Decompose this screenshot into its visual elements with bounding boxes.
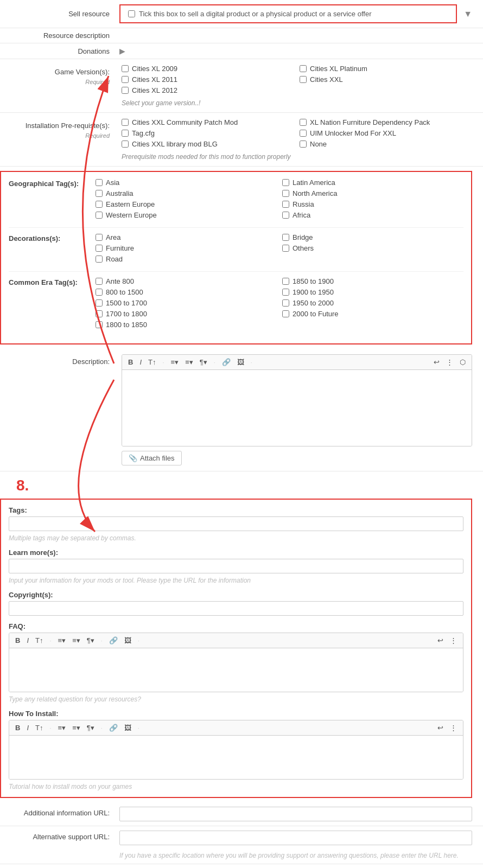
toolbar-para[interactable]: ¶▾ <box>198 358 209 367</box>
cb-cities-xl-platinum[interactable]: Cities XL Platinum <box>300 65 472 73</box>
cb-none-input[interactable] <box>300 141 307 148</box>
cb-western-europe-input[interactable] <box>96 212 103 219</box>
faq-toolbar-text-size[interactable]: T↑ <box>34 636 45 645</box>
cb-library-blg[interactable]: Cities XXL library mod BLG <box>122 140 294 148</box>
faq-toolbar-image[interactable]: 🖼 <box>123 636 133 645</box>
alt-support-url-input[interactable] <box>119 831 472 845</box>
cb-cities-xxl[interactable]: Cities XXL <box>300 75 472 84</box>
hti-toolbar-align[interactable]: ≡▾ <box>71 723 82 732</box>
toolbar-more-options[interactable]: ⋮ <box>444 358 455 367</box>
cb-cities-xxl-input[interactable] <box>300 76 307 83</box>
cb-1850-1900-input[interactable] <box>282 278 289 285</box>
cb-uim-unlocker[interactable]: UIM Unlocker Mod For XXL <box>300 129 472 137</box>
cb-1700-1800[interactable]: 1700 to 1800 <box>96 310 277 318</box>
cb-1950-2000[interactable]: 1950 to 2000 <box>282 299 463 307</box>
cb-area[interactable]: Area <box>96 233 277 241</box>
cb-1500-1700[interactable]: 1500 to 1700 <box>96 299 277 307</box>
cb-1800-1850[interactable]: 1800 to 1850 <box>96 321 277 329</box>
cb-latin-america[interactable]: Latin America <box>282 178 463 187</box>
faq-toolbar-align[interactable]: ≡▾ <box>71 636 82 645</box>
how-to-install-editor-body[interactable] <box>9 736 463 779</box>
cb-area-input[interactable] <box>96 234 103 241</box>
toolbar-list1[interactable]: ≡▾ <box>169 358 181 367</box>
hti-toolbar-undo[interactable]: ↩ <box>436 723 445 732</box>
cb-cities-xl-2011[interactable]: Cities XL 2011 <box>122 75 294 84</box>
cb-cities-xl-2009[interactable]: Cities XL 2009 <box>122 65 294 73</box>
hti-toolbar-image[interactable]: 🖼 <box>123 723 133 732</box>
cb-australia[interactable]: Australia <box>96 189 277 197</box>
cb-eastern-europe[interactable]: Eastern Europe <box>96 200 277 208</box>
faq-toolbar-undo[interactable]: ↩ <box>436 636 445 645</box>
cb-bridge-input[interactable] <box>282 234 289 241</box>
toolbar-italic[interactable]: I <box>138 358 143 367</box>
cb-others-input[interactable] <box>282 245 289 252</box>
toolbar-text-size[interactable]: T↑ <box>147 358 157 367</box>
toolbar-link[interactable]: 🔗 <box>220 358 232 367</box>
sell-resource-checkbox-area[interactable]: Tick this box to sell a digital product … <box>119 4 457 23</box>
cb-latin-america-input[interactable] <box>282 179 289 186</box>
cb-tagcfg-input[interactable] <box>122 130 129 137</box>
hti-toolbar-italic[interactable]: I <box>25 723 30 732</box>
hti-toolbar-para[interactable]: ¶▾ <box>85 723 96 732</box>
cb-furniture-dep-input[interactable] <box>300 119 307 126</box>
cb-furniture-dep[interactable]: XL Nation Furniture Dependency Pack <box>300 118 472 126</box>
cb-africa[interactable]: Africa <box>282 211 463 219</box>
cb-western-europe[interactable]: Western Europe <box>96 211 277 219</box>
description-editor-body[interactable] <box>122 370 472 446</box>
faq-toolbar-more[interactable]: ⋮ <box>448 636 459 645</box>
toolbar-image[interactable]: 🖼 <box>236 358 246 367</box>
cb-cities-xl-2012[interactable]: Cities XL 2012 <box>122 86 294 94</box>
toolbar-bold[interactable]: B <box>126 358 135 367</box>
cb-1850-1900[interactable]: 1850 to 1900 <box>282 277 463 285</box>
cb-1900-1950[interactable]: 1900 to 1950 <box>282 288 463 296</box>
cb-1950-2000-input[interactable] <box>282 299 289 307</box>
faq-toolbar-list1[interactable]: ≡▾ <box>56 636 68 645</box>
learn-more-input[interactable] <box>9 559 463 573</box>
cb-north-america-input[interactable] <box>282 190 289 197</box>
cb-1800-1850-input[interactable] <box>96 321 103 328</box>
toolbar-align[interactable]: ≡▾ <box>183 358 195 367</box>
cb-furniture[interactable]: Furniture <box>96 244 277 252</box>
cb-bridge[interactable]: Bridge <box>282 233 463 241</box>
toolbar-undo[interactable]: ↩ <box>432 358 441 367</box>
faq-toolbar-bold[interactable]: B <box>14 636 22 645</box>
hti-toolbar-list1[interactable]: ≡▾ <box>56 723 68 732</box>
cb-none[interactable]: None <box>300 140 472 148</box>
cb-africa-input[interactable] <box>282 212 289 219</box>
cb-library-blg-input[interactable] <box>122 141 129 148</box>
cb-cities-xl-platinum-input[interactable] <box>300 65 307 72</box>
cb-russia[interactable]: Russia <box>282 200 463 208</box>
hti-toolbar-more[interactable]: ⋮ <box>448 723 459 732</box>
copyright-input[interactable] <box>9 601 463 616</box>
cb-cities-xl-2012-input[interactable] <box>122 87 129 94</box>
faq-toolbar-italic[interactable]: I <box>25 636 30 645</box>
cb-800-1500[interactable]: 800 to 1500 <box>96 288 277 296</box>
cb-ante-800[interactable]: Ante 800 <box>96 277 277 285</box>
faq-editor-body[interactable] <box>9 648 463 692</box>
cb-1500-1700-input[interactable] <box>96 299 103 307</box>
cb-cities-xl-2011-input[interactable] <box>122 76 129 83</box>
cb-asia[interactable]: Asia <box>96 178 277 187</box>
cb-1900-1950-input[interactable] <box>282 289 289 296</box>
hti-toolbar-bold[interactable]: B <box>14 723 22 732</box>
cb-uim-unlocker-input[interactable] <box>300 130 307 137</box>
faq-toolbar-para[interactable]: ¶▾ <box>85 636 96 645</box>
cb-russia-input[interactable] <box>282 201 289 208</box>
cb-2000-future-input[interactable] <box>282 310 289 317</box>
attach-files-button[interactable]: 📎 Attach files <box>122 451 182 465</box>
cb-eastern-europe-input[interactable] <box>96 201 103 208</box>
additional-info-url-input[interactable] <box>119 807 472 821</box>
sell-resource-checkbox[interactable] <box>128 10 135 17</box>
cb-others[interactable]: Others <box>282 244 463 252</box>
cb-road-input[interactable] <box>96 256 103 263</box>
faq-toolbar-link[interactable]: 🔗 <box>107 636 119 645</box>
cb-road[interactable]: Road <box>96 255 277 263</box>
hti-toolbar-text-size[interactable]: T↑ <box>34 723 45 732</box>
cb-cities-xl-2009-input[interactable] <box>122 65 129 72</box>
cb-community-patch-input[interactable] <box>122 119 129 126</box>
cb-800-1500-input[interactable] <box>96 289 103 296</box>
cb-tagcfg[interactable]: Tag.cfg <box>122 129 294 137</box>
cb-2000-future[interactable]: 2000 to Future <box>282 310 463 318</box>
hti-toolbar-link[interactable]: 🔗 <box>107 723 119 732</box>
cb-australia-input[interactable] <box>96 190 103 197</box>
